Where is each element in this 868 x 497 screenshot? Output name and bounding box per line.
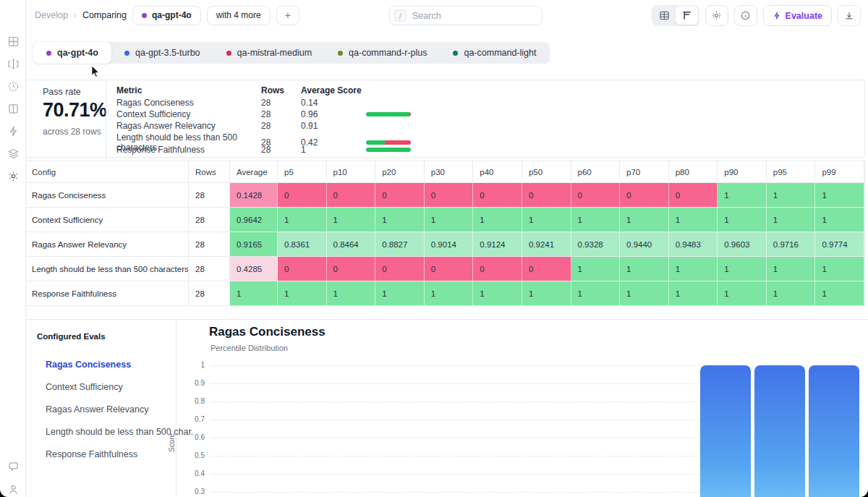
tab-label: qa-gpt-4o bbox=[57, 48, 98, 58]
percentile-cell: 1 bbox=[327, 208, 376, 231]
percentile-cell: 0 bbox=[375, 257, 425, 281]
chart-subtitle: Percentile Distribution bbox=[210, 344, 288, 352]
percentile-cell: 0 bbox=[522, 183, 571, 207]
percentile-cell: 1 bbox=[375, 208, 425, 231]
chart-bar-slot-p5 bbox=[210, 365, 265, 497]
run-dot-icon bbox=[142, 13, 147, 18]
percentile-cell: 0.8827 bbox=[375, 232, 425, 256]
table-row[interactable]: Context Sufficiency280.9642111111111111 bbox=[25, 208, 864, 232]
info-icon[interactable] bbox=[734, 5, 757, 26]
search-input[interactable]: / Search bbox=[389, 6, 542, 25]
evaluate-button[interactable]: Evaluate bbox=[763, 5, 832, 26]
table-row[interactable]: Length should be less than 500 character… bbox=[25, 257, 864, 281]
metric-bar-holder bbox=[366, 148, 417, 152]
column-header: p10 bbox=[327, 161, 376, 182]
table-row[interactable]: Ragas Answer Relevancy280.91650.83610.84… bbox=[25, 232, 864, 257]
chart-bar[interactable] bbox=[700, 365, 751, 497]
percentile-cell: 0.9716 bbox=[767, 232, 816, 256]
sidebar-nav bbox=[0, 35, 26, 182]
column-header: Average bbox=[230, 161, 278, 182]
eval-item[interactable]: Context Sufficiency bbox=[46, 375, 193, 398]
percentile-cell: 0 bbox=[571, 183, 621, 207]
percentile-cell: 0 bbox=[669, 183, 718, 207]
more-runs-pill[interactable]: with 4 more bbox=[207, 6, 271, 25]
compare-icon[interactable] bbox=[7, 57, 20, 70]
toolbar: Evaluate bbox=[652, 5, 861, 26]
percentile-cell: 1 bbox=[620, 257, 669, 281]
feedback-chat-icon[interactable] bbox=[7, 460, 20, 473]
bar-pass-segment bbox=[366, 112, 409, 116]
chart-title: Ragas Conciseness bbox=[209, 325, 326, 339]
chart-bar-slot-p80 bbox=[644, 365, 699, 497]
percentile-cell: 1 bbox=[473, 281, 522, 305]
tab-dot-icon bbox=[124, 51, 129, 56]
percentile-cell: 1 bbox=[620, 281, 669, 305]
dashboard-grid-icon[interactable] bbox=[7, 35, 20, 48]
percentile-cell: 0.9124 bbox=[473, 232, 522, 256]
breadcrumb-develop[interactable]: Develop bbox=[35, 10, 68, 20]
rows-cell: 28 bbox=[189, 208, 230, 231]
layers-icon[interactable] bbox=[7, 147, 20, 160]
column-header: p95 bbox=[767, 161, 816, 182]
tab-qa-command-light[interactable]: qa-command-light bbox=[440, 42, 549, 64]
bolt-icon[interactable] bbox=[7, 124, 20, 137]
notebook-icon[interactable] bbox=[7, 102, 20, 115]
percentile-cell: 1 bbox=[767, 257, 816, 281]
column-header: p20 bbox=[375, 161, 425, 182]
metric-row: Ragas Answer Relevancy280.91 bbox=[116, 120, 417, 132]
config-cell: Length should be less than 500 character… bbox=[25, 257, 189, 281]
percentile-cell: 1 bbox=[718, 208, 767, 231]
eval-item[interactable]: Ragas Answer Relevancy bbox=[46, 398, 193, 420]
column-header: p40 bbox=[473, 161, 522, 182]
bottom-panel: Configured Evals Ragas ConcisenessContex… bbox=[25, 319, 868, 497]
chart-bar[interactable] bbox=[809, 365, 859, 497]
chart-bar-slot-p50 bbox=[482, 365, 536, 497]
tab-label: qa-command-light bbox=[464, 48, 536, 58]
download-icon[interactable] bbox=[838, 5, 861, 26]
pass-rate-value: 70.71% bbox=[43, 99, 107, 122]
bar-pass-segment bbox=[366, 148, 411, 152]
percentile-cell: 0.9483 bbox=[669, 232, 718, 256]
chart-bar-slot-p99 bbox=[807, 365, 861, 497]
chart-bar-slot-p95 bbox=[753, 365, 807, 497]
percentile-cell: 0.9241 bbox=[522, 232, 571, 256]
percentile-cell: 0 bbox=[425, 257, 474, 281]
percentile-cell: 0.8361 bbox=[278, 232, 327, 256]
percentile-cell: 1 bbox=[815, 281, 864, 305]
column-view-icon[interactable] bbox=[676, 7, 698, 25]
tab-qa-gpt-3.5-turbo[interactable]: qa-gpt-3.5-turbo bbox=[111, 42, 213, 64]
slash-shortcut-key: / bbox=[394, 9, 407, 22]
pass-rate-label: Pass rate bbox=[43, 87, 107, 97]
gear-icon[interactable] bbox=[705, 5, 728, 26]
column-header: p90 bbox=[718, 161, 767, 182]
chart-bar-slot-p20 bbox=[319, 365, 373, 497]
metric-row: Ragas Conciseness280.14 bbox=[116, 96, 417, 108]
table-view-icon[interactable] bbox=[653, 7, 676, 25]
metric-bar-holder bbox=[366, 140, 417, 145]
percentile-cell: 1 bbox=[669, 257, 718, 281]
eval-item[interactable]: Ragas Conciseness bbox=[46, 353, 193, 375]
tab-qa-command-r-plus[interactable]: qa-command-r-plus bbox=[325, 42, 440, 64]
average-cell: 0.4285 bbox=[230, 257, 278, 281]
metric-header-cell: Rows bbox=[261, 85, 301, 95]
config-cell: Ragas Answer Relevancy bbox=[25, 232, 189, 256]
percentile-cell: 1 bbox=[522, 281, 571, 305]
metric-header-row: MetricRowsAverage Score bbox=[116, 85, 417, 96]
percentile-cell: 0.9774 bbox=[815, 232, 864, 256]
history-clock-icon[interactable] bbox=[7, 80, 20, 93]
chart-bar[interactable] bbox=[754, 365, 805, 497]
add-run-button[interactable]: + bbox=[276, 6, 299, 25]
metric-score-bar bbox=[366, 140, 411, 145]
tab-qa-mistral-medium[interactable]: qa-mistral-medium bbox=[213, 42, 326, 64]
table-row[interactable]: Response Faithfulness281111111111111 bbox=[25, 281, 864, 306]
config-cell: Ragas Conciseness bbox=[25, 183, 189, 207]
tab-dot-icon bbox=[453, 51, 458, 56]
chart-y-tick: 1 bbox=[173, 361, 205, 369]
settings-gear-icon[interactable] bbox=[7, 169, 20, 182]
account-user-icon[interactable] bbox=[7, 483, 20, 496]
table-row[interactable]: Ragas Conciseness280.1428000000000111 bbox=[25, 183, 864, 208]
metric-bar-holder bbox=[366, 112, 417, 116]
column-header: Rows bbox=[189, 161, 230, 182]
tab-qa-gpt-4o[interactable]: qa-gpt-4o bbox=[33, 42, 111, 64]
run-pill[interactable]: qa-gpt-4o bbox=[132, 6, 201, 25]
